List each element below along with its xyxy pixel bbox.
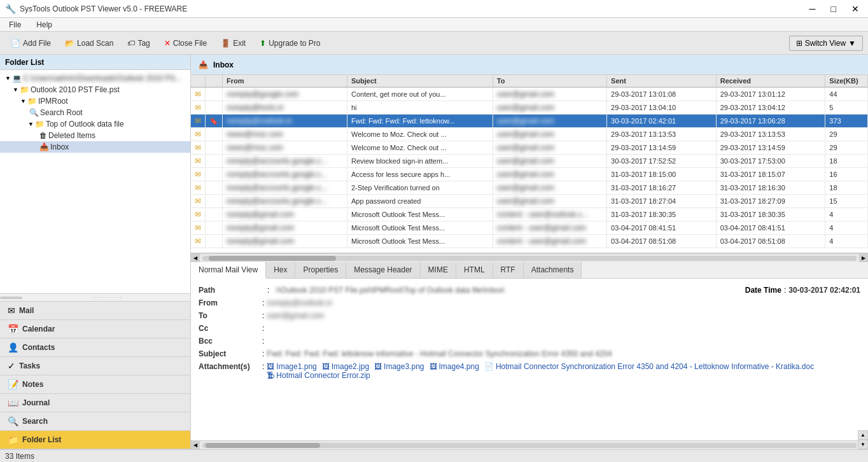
upgrade-pro-button[interactable]: ⬆ Upgrade to Pro xyxy=(254,36,326,50)
preview-tab-mime[interactable]: MIME xyxy=(421,262,456,278)
row-subject: 2-Step Verification turned on xyxy=(347,181,493,195)
drive-icon: 💻 xyxy=(12,74,22,83)
attachment-item[interactable]: 🖼Image1.png xyxy=(267,362,316,371)
tree-item-inbox[interactable]: 📥 Inbox xyxy=(0,141,190,153)
load-scan-button[interactable]: 📂 Load Scan xyxy=(59,36,119,50)
col-header-to[interactable]: To xyxy=(493,75,606,87)
row-size: 18 xyxy=(825,155,868,168)
vscroll-down[interactable]: ▼ xyxy=(858,440,868,449)
tag-icon: 🏷 xyxy=(127,39,135,48)
preview-hscroll[interactable]: ◀ ▶ xyxy=(191,440,868,449)
col-header-sent[interactable]: Sent xyxy=(607,75,717,87)
scroll-left[interactable]: ◀ xyxy=(191,254,200,263)
row-to: user@gmail.com xyxy=(493,141,606,155)
table-row[interactable]: ✉ noreply@accounts.google.c... App passw… xyxy=(191,195,868,208)
table-row[interactable]: ✉ news@moz.com Welcome to Moz. Check out… xyxy=(191,128,868,141)
preview-path-row: Path : :\\Outlook 2010 PST File.pst\IPMR… xyxy=(199,284,860,297)
table-row[interactable]: ✉ noreply@google.com Content, get more o… xyxy=(191,87,868,101)
toolbar-right: ⊞ Switch View ▼ xyxy=(789,36,863,51)
tree-item-ipmroot[interactable]: ▼ 📁 IPMRoot xyxy=(0,95,190,107)
attachment-item[interactable]: 🖼Image2.jpg xyxy=(322,362,369,371)
tree-item-deleted[interactable]: 🗑 Deleted Items xyxy=(0,130,190,141)
attachment-icon: 🖼 xyxy=(430,362,437,371)
preview-tab-properties[interactable]: Properties xyxy=(295,262,346,278)
attachment-item[interactable]: 🗜Hotmail Connector Error.zip xyxy=(267,371,370,380)
add-file-button[interactable]: 📄 Add File xyxy=(5,36,57,50)
email-list-hscroll[interactable]: ◀ ▶ xyxy=(191,253,868,262)
row-to: user@gmail.com xyxy=(493,87,606,101)
nav-item-calendar[interactable]: 📅 Calendar xyxy=(0,320,190,339)
table-row[interactable]: ✉ noreply@accounts.google.c... Access fo… xyxy=(191,168,868,181)
nav-item-journal[interactable]: 📖 Journal xyxy=(0,394,190,412)
exit-button[interactable]: 🚪 Exit xyxy=(215,36,251,50)
row-to: user@gmail.com xyxy=(493,168,606,181)
pst-label: Outlook 2010 PST File.pst xyxy=(31,85,120,94)
switch-view-button[interactable]: ⊞ Switch View ▼ xyxy=(789,36,863,51)
attachment-item[interactable]: 🖼Image4.png xyxy=(430,362,479,371)
col-header-from[interactable]: From xyxy=(223,75,347,87)
calendar-icon: 📅 xyxy=(8,324,18,334)
preview-tab-hex[interactable]: Hex xyxy=(266,262,295,278)
search-root-icon: 🔍 xyxy=(29,108,39,117)
switch-view-label: Switch View xyxy=(805,39,846,48)
row-received: 03-04-2017 08:51:08 xyxy=(716,235,825,248)
table-row[interactable]: ✉ noreply@gmail.com Microsoft Outlook Te… xyxy=(191,208,868,221)
tree-item-top[interactable]: ▼ 📁 Top of Outlook data file xyxy=(0,118,190,130)
table-row[interactable]: ✉ news@moz.com Welcome to Moz. Check out… xyxy=(191,141,868,155)
table-row[interactable]: ✉ noreply@tools.in hi user@gmail.com 29-… xyxy=(191,101,868,115)
subject-label: Subject xyxy=(199,349,262,358)
tree-item-path[interactable]: ▼ 💻 C:\Users\admin\Downloads\Outlook 201… xyxy=(0,73,190,84)
tree-item-searchroot[interactable]: 🔍 Search Root xyxy=(0,107,190,118)
folder-tree[interactable]: ▼ 💻 C:\Users\admin\Downloads\Outlook 201… xyxy=(0,70,190,293)
close-file-button[interactable]: ✕ Close File xyxy=(158,36,213,50)
nav-item-mail[interactable]: ✉ Mail xyxy=(0,302,190,320)
col-header-received[interactable]: Received xyxy=(716,75,825,87)
nav-item-contacts[interactable]: 👤 Contacts xyxy=(0,339,190,357)
preview-tab-attachments[interactable]: Attachments xyxy=(524,262,582,278)
preview-attachments-row: Attachment(s) : 🖼Image1.png🖼Image2.jpg🖼I… xyxy=(199,360,860,382)
col-header-flag[interactable] xyxy=(206,75,223,87)
nav-item-notes[interactable]: 📝 Notes xyxy=(0,375,190,394)
table-row[interactable]: ✉ noreply@accounts.google.c... 2-Step Ve… xyxy=(191,181,868,195)
preview-tab-html[interactable]: HTML xyxy=(456,262,493,278)
vscroll-up[interactable]: ▲ xyxy=(858,430,868,440)
col-header-size[interactable]: Size(KB) xyxy=(825,75,868,87)
table-row[interactable]: ✉ noreply@gmail.com Microsoft Outlook Te… xyxy=(191,235,868,248)
scroll-right[interactable]: ▶ xyxy=(859,254,868,263)
attachment-item[interactable]: 🖼Image3.png xyxy=(374,362,424,371)
nav-item-search[interactable]: 🔍 Search xyxy=(0,412,190,431)
preview-tab-rtf[interactable]: RTF xyxy=(493,262,524,278)
row-received: 31-03-2017 18:30:35 xyxy=(716,208,825,221)
nav-item-folder-list[interactable]: 📁 Folder List xyxy=(0,431,190,449)
tree-hscroll[interactable]: · · · · · · · · · · · xyxy=(0,293,190,301)
row-subject: Access for less secure apps h... xyxy=(347,168,493,181)
preview-tab-normalMail[interactable]: Normal Mail View xyxy=(191,262,266,279)
row-from: noreply@google.com xyxy=(223,87,347,101)
preview-tab-messageHeader[interactable]: Message Header xyxy=(346,262,420,278)
close-button[interactable]: ✕ xyxy=(848,3,863,15)
mail-icon: ✉ xyxy=(8,305,15,316)
row-flag xyxy=(206,181,223,195)
col-header-subject[interactable]: Subject xyxy=(347,75,493,87)
preview-content: Path : :\\Outlook 2010 PST File.pst\IPMR… xyxy=(191,279,868,440)
maximize-button[interactable]: □ xyxy=(827,3,840,15)
col-header-icon[interactable] xyxy=(191,75,206,87)
menu-help[interactable]: Help xyxy=(32,19,56,31)
nav-item-tasks[interactable]: ✓ Tasks xyxy=(0,357,190,375)
to-value: user@gmail.com xyxy=(267,311,860,320)
nav-journal-label: Journal xyxy=(22,398,50,407)
menu-file[interactable]: File xyxy=(5,19,25,31)
folder-list-title: Folder List xyxy=(5,58,44,67)
row-flag xyxy=(206,141,223,155)
table-row[interactable]: ✉ noreply@accounts.google.c... Review bl… xyxy=(191,155,868,168)
tag-button[interactable]: 🏷 Tag xyxy=(122,36,155,50)
table-row[interactable]: ✉ 🔖 noreply@outlook.in Fwd: Fwd: Fwd: Fw… xyxy=(191,115,868,128)
minimize-button[interactable]: ─ xyxy=(806,3,820,15)
attachment-item[interactable]: 📄Hotmail Connector Synchronization Error… xyxy=(484,362,814,371)
email-list-container[interactable]: From Subject To Sent Received Size(KB) ✉… xyxy=(191,75,868,253)
tree-item-pst[interactable]: ▼ 📁 Outlook 2010 PST File.pst xyxy=(0,84,190,95)
table-row[interactable]: ✉ noreply@gmail.com Microsoft Outlook Te… xyxy=(191,221,868,235)
preview-scroll-left[interactable]: ◀ xyxy=(191,441,200,450)
row-flag xyxy=(206,128,223,141)
load-scan-icon: 📂 xyxy=(65,39,74,48)
